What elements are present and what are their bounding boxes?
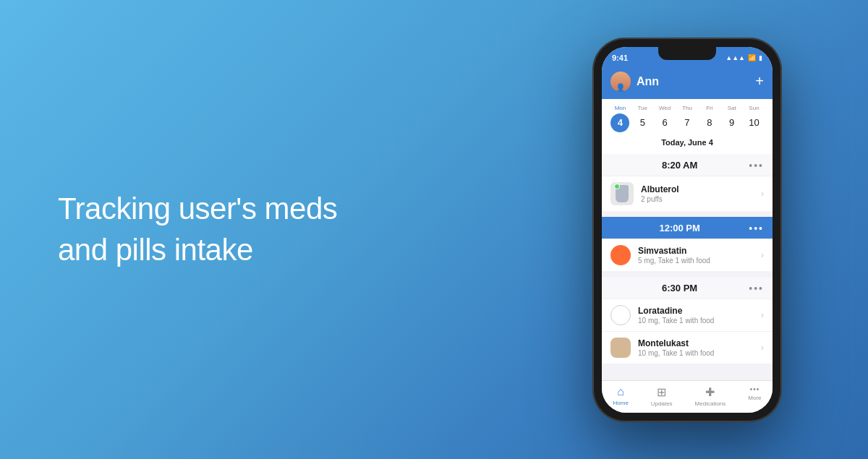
signal-icon: ▲▲▲ — [726, 54, 745, 61]
time-section-1200pm: 12:00 PM ••• Simvastatin 5 mg, Take 1 wi… — [602, 217, 773, 271]
loratadine-dose: 10 mg, Take 1 with food — [638, 317, 761, 325]
updates-icon: ⊞ — [657, 385, 666, 399]
day-label-tue: Tue — [638, 105, 648, 111]
day-num-7: 7 — [678, 113, 697, 132]
more-options-1200pm[interactable]: ••• — [749, 223, 764, 234]
calendar-day-fri[interactable]: Fri 8 — [699, 105, 720, 132]
med-item-loratadine[interactable]: Loratadine 10 mg, Take 1 with food › — [602, 299, 773, 331]
wifi-icon: 📶 — [748, 54, 756, 61]
more-icon: ••• — [750, 385, 760, 393]
calendar-day-sun[interactable]: Sun 10 — [743, 105, 765, 132]
day-label-sun: Sun — [749, 105, 759, 111]
status-icons: ▲▲▲ 📶 ▮ — [726, 54, 762, 61]
day-label-thu: Thu — [682, 105, 692, 111]
time-section-820am: 8:20 AM ••• Albuterol 2 puffs — [602, 154, 773, 211]
more-label: More — [748, 395, 761, 401]
status-time: 9:41 — [612, 53, 628, 62]
nav-updates[interactable]: ⊞ Updates — [651, 385, 673, 407]
home-icon: ⌂ — [617, 385, 624, 398]
time-label-820am: 8:20 AM — [610, 160, 749, 171]
calendar-days: Mon 4 Tue 5 Wed 6 Thu 7 — [609, 105, 765, 132]
app-header: 👤 Ann + — [602, 67, 773, 99]
phone-mockup: 9:41 ▲▲▲ 📶 ▮ 👤 Ann + Mon — [593, 38, 781, 421]
day-num-5: 5 — [633, 113, 652, 132]
loratadine-info: Loratadine 10 mg, Take 1 with food — [638, 306, 761, 325]
bottom-nav: ⌂ Home ⊞ Updates ✚ Medications ••• More — [602, 380, 773, 413]
albuterol-dose: 2 puffs — [641, 195, 761, 203]
loratadine-icon — [610, 305, 631, 325]
calendar-day-tue[interactable]: Tue 5 — [631, 105, 653, 132]
montelukast-chevron: › — [761, 343, 764, 353]
day-label-mon: Mon — [615, 105, 626, 111]
montelukast-icon — [610, 338, 631, 358]
day-num-4: 4 — [610, 113, 629, 132]
medication-list: 8:20 AM ••• Albuterol 2 puffs — [602, 154, 773, 369]
nav-more[interactable]: ••• More — [748, 385, 761, 407]
taken-indicator — [614, 184, 620, 189]
more-options-630pm[interactable]: ••• — [749, 283, 764, 294]
albuterol-chevron: › — [761, 189, 764, 199]
time-label-630pm: 6:30 PM — [610, 283, 749, 293]
medications-label: Medications — [695, 400, 726, 407]
med-item-albuterol[interactable]: Albuterol 2 puffs › — [602, 176, 773, 211]
day-label-fri: Fri — [706, 105, 712, 111]
time-header-820am: 8:20 AM ••• — [602, 154, 773, 176]
hero-section: Tracking user's meds and pills intake — [58, 189, 362, 270]
battery-icon: ▮ — [759, 54, 762, 61]
montelukast-name: Montelukast — [638, 338, 761, 348]
updates-label: Updates — [651, 400, 673, 407]
day-label-sat: Sat — [728, 105, 736, 111]
loratadine-name: Loratadine — [638, 306, 761, 316]
albuterol-icon — [610, 182, 634, 205]
time-header-630pm: 6:30 PM ••• — [602, 277, 773, 299]
med-item-simvastatin[interactable]: Simvastatin 5 mg, Take 1 with food › — [602, 239, 773, 271]
day-num-9: 9 — [723, 113, 741, 132]
albuterol-name: Albuterol — [641, 184, 761, 194]
time-label-1200pm: 12:00 PM — [610, 223, 749, 233]
calendar-strip: Mon 4 Tue 5 Wed 6 Thu 7 — [602, 99, 773, 154]
loratadine-chevron: › — [761, 310, 764, 320]
montelukast-dose: 10 mg, Take 1 with food — [638, 349, 761, 357]
albuterol-info: Albuterol 2 puffs — [641, 184, 761, 203]
nav-medications[interactable]: ✚ Medications — [695, 385, 726, 407]
med-item-montelukast[interactable]: Montelukast 10 mg, Take 1 with food › — [602, 331, 773, 364]
today-label: Today, June 4 — [609, 135, 765, 151]
time-section-630pm: 6:30 PM ••• Loratadine 10 mg, Take 1 wit… — [602, 277, 773, 364]
day-num-8: 8 — [700, 113, 719, 132]
simvastatin-name: Simvastatin — [638, 246, 761, 256]
user-name: Ann — [637, 75, 755, 88]
hero-title: Tracking user's meds and pills intake — [58, 189, 362, 270]
calendar-day-sat[interactable]: Sat 9 — [721, 105, 743, 132]
simvastatin-dose: 5 mg, Take 1 with food — [638, 257, 761, 265]
phone-notch — [658, 47, 716, 60]
simvastatin-info: Simvastatin 5 mg, Take 1 with food — [638, 246, 761, 265]
home-label: Home — [613, 400, 628, 406]
calendar-day-wed[interactable]: Wed 6 — [654, 105, 676, 132]
more-options-820am[interactable]: ••• — [749, 160, 764, 171]
day-num-6: 6 — [655, 113, 674, 132]
add-button[interactable]: + — [755, 73, 764, 90]
time-header-1200pm: 12:00 PM ••• — [602, 217, 773, 239]
day-label-wed: Wed — [659, 105, 671, 111]
simvastatin-icon — [610, 245, 631, 265]
day-num-10: 10 — [744, 113, 763, 132]
montelukast-info: Montelukast 10 mg, Take 1 with food — [638, 338, 761, 357]
calendar-day-thu[interactable]: Thu 7 — [676, 105, 698, 132]
avatar: 👤 — [610, 72, 631, 92]
nav-home[interactable]: ⌂ Home — [613, 385, 628, 407]
calendar-day-mon[interactable]: Mon 4 — [609, 105, 631, 132]
simvastatin-chevron: › — [761, 250, 764, 260]
medications-icon: ✚ — [705, 385, 715, 399]
